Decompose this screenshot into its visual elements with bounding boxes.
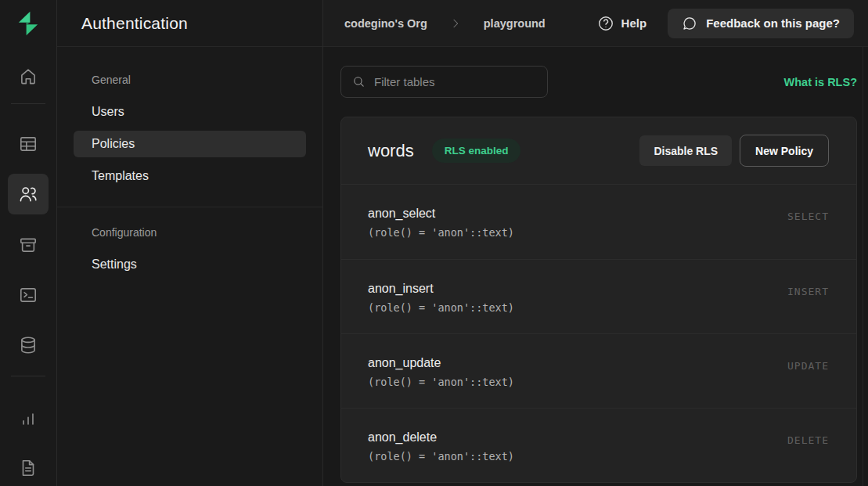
table-policies-card: words RLS enabled Disable RLS New Policy…: [340, 117, 857, 483]
sidebar-item-users[interactable]: Users: [74, 99, 306, 125]
supabase-logo[interactable]: [0, 0, 56, 47]
sql-editor-icon[interactable]: [11, 278, 45, 312]
policy-row: anon_delete (role() = 'anon'::text) DELE…: [341, 408, 856, 482]
policy-command: DELETE: [787, 430, 829, 446]
sidebar-item-settings[interactable]: Settings: [74, 251, 306, 278]
main-header: codegino's Org playground Help: [323, 0, 868, 47]
auth-sidebar: Authentication General Users Policies Te…: [57, 0, 323, 486]
policy-info: anon_insert (role() = 'anon'::text): [368, 282, 514, 314]
feedback-label: Feedback on this page?: [706, 16, 840, 30]
policy-row: anon_select (role() = 'anon'::text) SELE…: [341, 185, 856, 259]
disable-rls-button[interactable]: Disable RLS: [639, 135, 732, 166]
page-title: Authentication: [57, 0, 322, 47]
help-button[interactable]: Help: [597, 15, 647, 32]
policy-command: UPDATE: [787, 356, 829, 372]
breadcrumb: codegino's Org playground: [344, 17, 546, 30]
policy-definition: (role() = 'anon'::text): [368, 301, 514, 314]
policy-name: anon_update: [368, 356, 514, 370]
policy-info: anon_update (role() = 'anon'::text): [368, 356, 514, 388]
reports-icon[interactable]: [11, 401, 45, 436]
sidebar-item-policies[interactable]: Policies: [74, 131, 306, 157]
section-label-general: General: [74, 72, 306, 88]
logs-icon[interactable]: [11, 451, 45, 485]
table-name: words: [368, 141, 414, 161]
policy-row: anon_update (role() = 'anon'::text) UPDA…: [341, 333, 856, 408]
policy-row: anon_insert (role() = 'anon'::text) INSE…: [341, 259, 856, 333]
policy-name: anon_insert: [368, 282, 514, 296]
policy-info: anon_select (role() = 'anon'::text): [368, 207, 514, 239]
table-card-header: words RLS enabled Disable RLS New Policy: [341, 117, 856, 185]
policy-command: SELECT: [787, 207, 829, 222]
policy-info: anon_delete (role() = 'anon'::text): [368, 430, 514, 463]
sidebar-item-templates[interactable]: Templates: [74, 163, 306, 189]
policies-toolbar: What is RLS?: [340, 66, 857, 98]
policy-command: INSERT: [787, 282, 829, 297]
help-circle-icon: [597, 15, 614, 32]
breadcrumb-org[interactable]: codegino's Org: [344, 17, 427, 30]
filter-tables-wrap: [340, 66, 548, 98]
what-is-rls-link[interactable]: What is RLS?: [784, 76, 857, 88]
help-label: Help: [621, 16, 647, 30]
policy-definition: (role() = 'anon'::text): [368, 450, 514, 463]
main-area: codegino's Org playground Help: [323, 0, 868, 486]
feedback-button[interactable]: Feedback on this page?: [668, 9, 854, 38]
table-editor-icon[interactable]: [11, 127, 45, 161]
search-icon: [352, 75, 366, 88]
section-label-configuration: Configuration: [74, 225, 306, 240]
auth-sidebar-nav: General Users Policies Templates Configu…: [57, 47, 322, 283]
policy-definition: (role() = 'anon'::text): [368, 226, 514, 239]
scrollbar-track-edge: [863, 47, 863, 486]
home-icon[interactable]: [11, 59, 45, 94]
chat-bubble-icon: [682, 16, 697, 31]
storage-icon[interactable]: [11, 228, 45, 262]
policy-name: anon_delete: [368, 430, 514, 445]
sidebar-divider: [57, 207, 322, 207]
new-policy-button[interactable]: New Policy: [740, 135, 829, 167]
rls-enabled-badge: RLS enabled: [432, 139, 521, 163]
filter-tables-input[interactable]: [340, 66, 548, 98]
chevron-right-icon: [449, 17, 462, 30]
policies-content: What is RLS? words RLS enabled Disable R…: [323, 47, 868, 483]
policy-name: anon_select: [368, 207, 514, 221]
auth-users-icon[interactable]: [8, 174, 49, 214]
policy-definition: (role() = 'anon'::text): [368, 376, 514, 388]
rail-divider: [11, 376, 45, 376]
breadcrumb-project[interactable]: playground: [484, 17, 546, 30]
icon-rail: [0, 0, 57, 486]
policy-list: anon_select (role() = 'anon'::text) SELE…: [341, 185, 856, 482]
database-icon[interactable]: [11, 328, 45, 362]
rail-divider: [11, 103, 45, 104]
